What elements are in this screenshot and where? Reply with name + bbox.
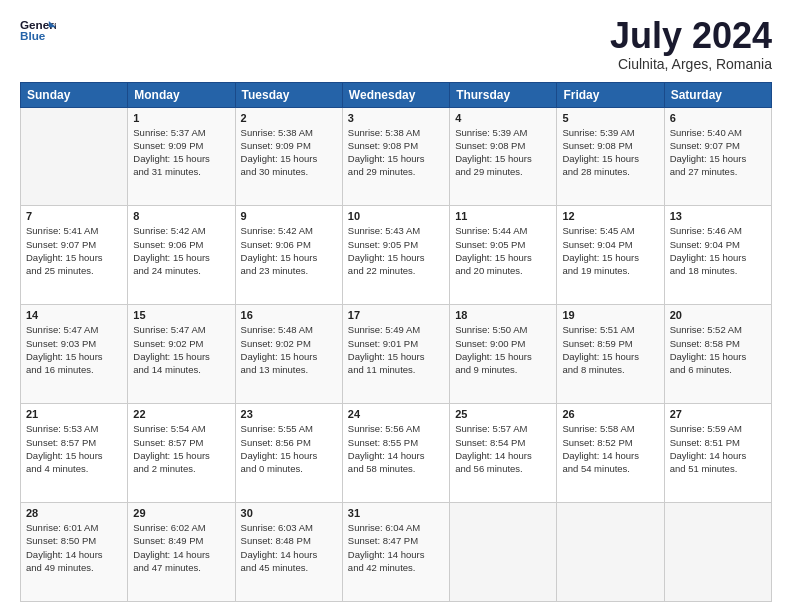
weekday-header-monday: Monday <box>128 82 235 107</box>
subtitle: Ciulnita, Arges, Romania <box>610 56 772 72</box>
svg-text:Blue: Blue <box>20 29 46 42</box>
calendar-day-cell: 5Sunrise: 5:39 AM Sunset: 9:08 PM Daylig… <box>557 107 664 206</box>
day-info: Sunrise: 6:01 AM Sunset: 8:50 PM Dayligh… <box>26 521 122 574</box>
day-number: 10 <box>348 210 444 222</box>
day-info: Sunrise: 5:59 AM Sunset: 8:51 PM Dayligh… <box>670 422 766 475</box>
weekday-header-thursday: Thursday <box>450 82 557 107</box>
calendar-day-cell: 10Sunrise: 5:43 AM Sunset: 9:05 PM Dayli… <box>342 206 449 305</box>
weekday-header-tuesday: Tuesday <box>235 82 342 107</box>
weekday-header-saturday: Saturday <box>664 82 771 107</box>
calendar-day-cell: 8Sunrise: 5:42 AM Sunset: 9:06 PM Daylig… <box>128 206 235 305</box>
calendar-day-cell: 9Sunrise: 5:42 AM Sunset: 9:06 PM Daylig… <box>235 206 342 305</box>
header: General Blue July 2024 Ciulnita, Arges, … <box>20 16 772 72</box>
calendar-day-cell: 3Sunrise: 5:38 AM Sunset: 9:08 PM Daylig… <box>342 107 449 206</box>
day-info: Sunrise: 5:55 AM Sunset: 8:56 PM Dayligh… <box>241 422 337 475</box>
calendar-day-cell <box>557 503 664 602</box>
calendar-day-cell: 15Sunrise: 5:47 AM Sunset: 9:02 PM Dayli… <box>128 305 235 404</box>
day-info: Sunrise: 5:54 AM Sunset: 8:57 PM Dayligh… <box>133 422 229 475</box>
day-info: Sunrise: 5:53 AM Sunset: 8:57 PM Dayligh… <box>26 422 122 475</box>
calendar-week-row: 28Sunrise: 6:01 AM Sunset: 8:50 PM Dayli… <box>21 503 772 602</box>
day-info: Sunrise: 5:49 AM Sunset: 9:01 PM Dayligh… <box>348 323 444 376</box>
day-number: 21 <box>26 408 122 420</box>
calendar-day-cell: 12Sunrise: 5:45 AM Sunset: 9:04 PM Dayli… <box>557 206 664 305</box>
calendar-day-cell: 13Sunrise: 5:46 AM Sunset: 9:04 PM Dayli… <box>664 206 771 305</box>
day-info: Sunrise: 5:41 AM Sunset: 9:07 PM Dayligh… <box>26 224 122 277</box>
day-info: Sunrise: 5:42 AM Sunset: 9:06 PM Dayligh… <box>133 224 229 277</box>
day-info: Sunrise: 5:47 AM Sunset: 9:03 PM Dayligh… <box>26 323 122 376</box>
day-number: 13 <box>670 210 766 222</box>
day-number: 6 <box>670 112 766 124</box>
day-number: 11 <box>455 210 551 222</box>
day-number: 4 <box>455 112 551 124</box>
day-number: 7 <box>26 210 122 222</box>
day-info: Sunrise: 5:42 AM Sunset: 9:06 PM Dayligh… <box>241 224 337 277</box>
day-info: Sunrise: 5:40 AM Sunset: 9:07 PM Dayligh… <box>670 126 766 179</box>
day-number: 19 <box>562 309 658 321</box>
calendar-day-cell: 17Sunrise: 5:49 AM Sunset: 9:01 PM Dayli… <box>342 305 449 404</box>
day-info: Sunrise: 5:39 AM Sunset: 9:08 PM Dayligh… <box>455 126 551 179</box>
main-title: July 2024 <box>610 16 772 56</box>
day-number: 26 <box>562 408 658 420</box>
day-number: 16 <box>241 309 337 321</box>
day-number: 18 <box>455 309 551 321</box>
calendar-day-cell: 30Sunrise: 6:03 AM Sunset: 8:48 PM Dayli… <box>235 503 342 602</box>
calendar-day-cell: 23Sunrise: 5:55 AM Sunset: 8:56 PM Dayli… <box>235 404 342 503</box>
calendar-day-cell: 4Sunrise: 5:39 AM Sunset: 9:08 PM Daylig… <box>450 107 557 206</box>
calendar-day-cell: 31Sunrise: 6:04 AM Sunset: 8:47 PM Dayli… <box>342 503 449 602</box>
day-number: 3 <box>348 112 444 124</box>
day-info: Sunrise: 5:38 AM Sunset: 9:09 PM Dayligh… <box>241 126 337 179</box>
day-number: 23 <box>241 408 337 420</box>
calendar-day-cell: 29Sunrise: 6:02 AM Sunset: 8:49 PM Dayli… <box>128 503 235 602</box>
day-info: Sunrise: 5:50 AM Sunset: 9:00 PM Dayligh… <box>455 323 551 376</box>
calendar-day-cell <box>664 503 771 602</box>
calendar-day-cell <box>21 107 128 206</box>
calendar-day-cell: 22Sunrise: 5:54 AM Sunset: 8:57 PM Dayli… <box>128 404 235 503</box>
weekday-header-friday: Friday <box>557 82 664 107</box>
calendar-day-cell: 25Sunrise: 5:57 AM Sunset: 8:54 PM Dayli… <box>450 404 557 503</box>
calendar-week-row: 1Sunrise: 5:37 AM Sunset: 9:09 PM Daylig… <box>21 107 772 206</box>
day-number: 25 <box>455 408 551 420</box>
day-number: 28 <box>26 507 122 519</box>
day-info: Sunrise: 6:03 AM Sunset: 8:48 PM Dayligh… <box>241 521 337 574</box>
day-info: Sunrise: 5:51 AM Sunset: 8:59 PM Dayligh… <box>562 323 658 376</box>
calendar-day-cell: 1Sunrise: 5:37 AM Sunset: 9:09 PM Daylig… <box>128 107 235 206</box>
calendar-day-cell: 21Sunrise: 5:53 AM Sunset: 8:57 PM Dayli… <box>21 404 128 503</box>
day-info: Sunrise: 6:04 AM Sunset: 8:47 PM Dayligh… <box>348 521 444 574</box>
day-info: Sunrise: 5:38 AM Sunset: 9:08 PM Dayligh… <box>348 126 444 179</box>
calendar-day-cell: 2Sunrise: 5:38 AM Sunset: 9:09 PM Daylig… <box>235 107 342 206</box>
day-info: Sunrise: 5:43 AM Sunset: 9:05 PM Dayligh… <box>348 224 444 277</box>
day-info: Sunrise: 6:02 AM Sunset: 8:49 PM Dayligh… <box>133 521 229 574</box>
weekday-header-row: SundayMondayTuesdayWednesdayThursdayFrid… <box>21 82 772 107</box>
weekday-header-sunday: Sunday <box>21 82 128 107</box>
day-info: Sunrise: 5:45 AM Sunset: 9:04 PM Dayligh… <box>562 224 658 277</box>
day-number: 12 <box>562 210 658 222</box>
calendar-page: General Blue July 2024 Ciulnita, Arges, … <box>0 0 792 612</box>
day-info: Sunrise: 5:37 AM Sunset: 9:09 PM Dayligh… <box>133 126 229 179</box>
day-info: Sunrise: 5:39 AM Sunset: 9:08 PM Dayligh… <box>562 126 658 179</box>
day-number: 22 <box>133 408 229 420</box>
calendar-day-cell: 28Sunrise: 6:01 AM Sunset: 8:50 PM Dayli… <box>21 503 128 602</box>
calendar-day-cell: 16Sunrise: 5:48 AM Sunset: 9:02 PM Dayli… <box>235 305 342 404</box>
calendar-week-row: 7Sunrise: 5:41 AM Sunset: 9:07 PM Daylig… <box>21 206 772 305</box>
calendar-day-cell: 11Sunrise: 5:44 AM Sunset: 9:05 PM Dayli… <box>450 206 557 305</box>
calendar-day-cell: 24Sunrise: 5:56 AM Sunset: 8:55 PM Dayli… <box>342 404 449 503</box>
day-number: 29 <box>133 507 229 519</box>
day-number: 2 <box>241 112 337 124</box>
calendar-table: SundayMondayTuesdayWednesdayThursdayFrid… <box>20 82 772 602</box>
calendar-week-row: 14Sunrise: 5:47 AM Sunset: 9:03 PM Dayli… <box>21 305 772 404</box>
day-number: 8 <box>133 210 229 222</box>
logo-icon: General Blue <box>20 16 56 44</box>
day-number: 30 <box>241 507 337 519</box>
day-number: 27 <box>670 408 766 420</box>
calendar-day-cell: 18Sunrise: 5:50 AM Sunset: 9:00 PM Dayli… <box>450 305 557 404</box>
calendar-day-cell: 6Sunrise: 5:40 AM Sunset: 9:07 PM Daylig… <box>664 107 771 206</box>
logo: General Blue <box>20 16 58 44</box>
day-info: Sunrise: 5:57 AM Sunset: 8:54 PM Dayligh… <box>455 422 551 475</box>
day-number: 17 <box>348 309 444 321</box>
calendar-day-cell: 19Sunrise: 5:51 AM Sunset: 8:59 PM Dayli… <box>557 305 664 404</box>
calendar-day-cell: 7Sunrise: 5:41 AM Sunset: 9:07 PM Daylig… <box>21 206 128 305</box>
calendar-day-cell: 27Sunrise: 5:59 AM Sunset: 8:51 PM Dayli… <box>664 404 771 503</box>
day-number: 1 <box>133 112 229 124</box>
day-number: 20 <box>670 309 766 321</box>
calendar-week-row: 21Sunrise: 5:53 AM Sunset: 8:57 PM Dayli… <box>21 404 772 503</box>
